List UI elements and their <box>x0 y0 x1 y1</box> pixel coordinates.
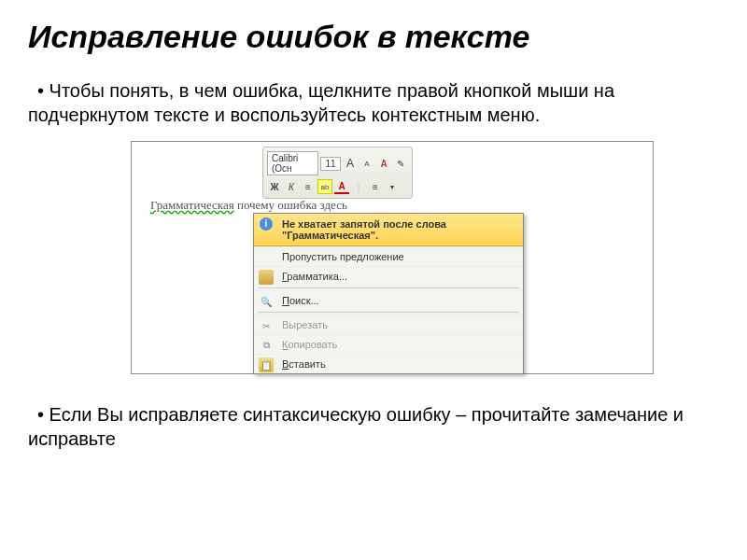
menu-copy: ⧉ Копировать <box>254 334 523 354</box>
format-painter-icon[interactable]: ✎ <box>393 156 408 171</box>
bold-icon[interactable]: Ж <box>267 179 282 194</box>
menu-separator <box>258 287 519 288</box>
bullet-2: Если Вы исправляете синтаксическую ошибк… <box>28 402 719 451</box>
doc-tail: почему ошибка здесь <box>234 198 347 212</box>
bullet-1: Чтобы понять, в чем ошибка, щелкните пра… <box>28 78 719 127</box>
slide-title: Исправление ошибок в тексте <box>28 19 719 55</box>
copy-icon: ⧉ <box>259 338 274 353</box>
menu-grammar[interactable]: Грамматика... <box>254 266 523 286</box>
mini-toolbar: Calibri (Осн 11 A A A ✎ Ж К ≡ ab A | ≡ ▼ <box>262 147 413 199</box>
menu-info-header: i Не хватает запятой после слова "Грамма… <box>254 214 523 246</box>
info-icon: i <box>260 217 273 231</box>
menu-cut: ✂ Вырезать <box>254 315 523 334</box>
clipboard-icon: 📋 <box>259 357 274 372</box>
grow-font-icon[interactable]: A <box>343 156 358 171</box>
context-menu: i Не хватает запятой после слова "Грамма… <box>253 213 524 374</box>
highlight-icon[interactable]: ab <box>317 179 332 194</box>
font-color-icon[interactable]: A <box>334 179 349 194</box>
sep-icon: | <box>351 179 366 194</box>
error-word[interactable]: Грамматическая <box>150 198 234 212</box>
search-icon: 🔍 <box>259 294 274 309</box>
list-icon[interactable]: ≡ <box>368 179 383 194</box>
italic-icon[interactable]: К <box>284 179 299 194</box>
shrink-font-icon[interactable]: A <box>359 156 374 171</box>
scissors-icon: ✂ <box>259 318 274 333</box>
menu-header-text: Не хватает запятой после слова "Граммати… <box>282 218 446 241</box>
menu-separator-2 <box>258 312 519 313</box>
document-text: Грамматическая почему ошибка здесь <box>150 198 347 213</box>
font-size-selector[interactable]: 11 <box>320 157 341 171</box>
dropdown-icon[interactable]: ▼ <box>385 179 400 194</box>
book-icon <box>259 270 274 285</box>
menu-paste[interactable]: 📋 Вставить <box>254 354 523 373</box>
menu-skip-sentence[interactable]: Пропустить предложение <box>254 246 523 266</box>
styles-icon[interactable]: A <box>376 156 391 171</box>
align-center-icon[interactable]: ≡ <box>301 179 316 194</box>
font-selector[interactable]: Calibri (Осн <box>267 151 318 175</box>
menu-search[interactable]: 🔍 Поиск... <box>254 290 523 310</box>
screenshot-container: Calibri (Осн 11 A A A ✎ Ж К ≡ ab A | ≡ ▼… <box>131 141 654 374</box>
